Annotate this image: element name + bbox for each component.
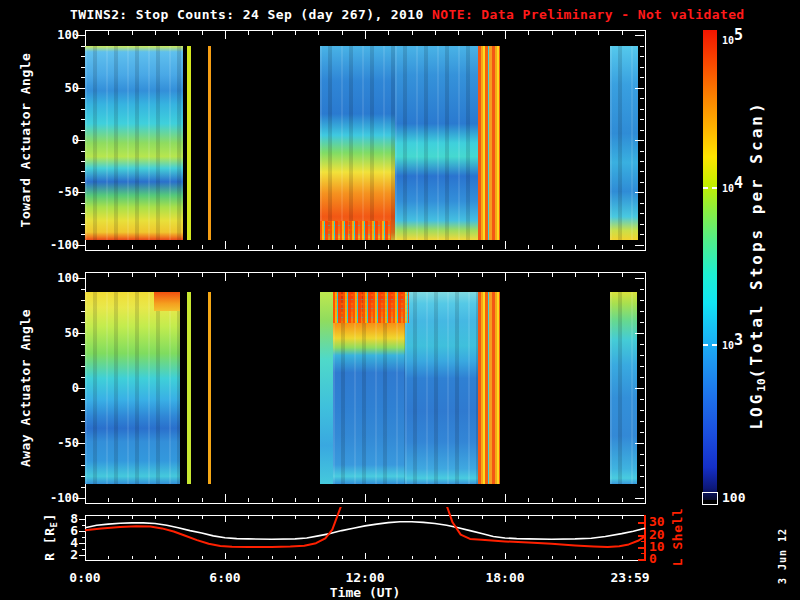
colorbar-tick-label: 105 <box>722 32 743 48</box>
y-tick <box>640 171 644 172</box>
x-tick <box>412 31 413 35</box>
x-tick <box>505 553 506 559</box>
x-tick <box>575 498 576 502</box>
x-tick <box>435 31 436 35</box>
x-tick <box>365 31 366 39</box>
x-tick <box>108 516 109 519</box>
x-tick-label: 18:00 <box>473 570 537 585</box>
x-tick <box>505 494 506 502</box>
x-tick <box>505 516 506 522</box>
y-tick-label: 100 <box>39 271 79 285</box>
y-tick <box>640 98 644 99</box>
x-tick <box>435 556 436 559</box>
y-tick-label: -50 <box>39 185 79 199</box>
y-tick <box>81 161 85 162</box>
y-tick-label: -50 <box>39 436 79 450</box>
x-tick <box>435 498 436 502</box>
y-tick <box>81 119 85 120</box>
y-tick <box>640 399 644 400</box>
x-tick <box>458 556 459 559</box>
x-tick <box>342 516 343 519</box>
y-tick <box>81 98 85 99</box>
heatmap-block <box>320 292 333 484</box>
x-tick <box>248 245 249 249</box>
x-tick <box>202 516 203 519</box>
y-tick <box>81 476 85 477</box>
x-tick <box>458 31 459 35</box>
x-tick <box>295 556 296 559</box>
y-tick <box>640 77 644 78</box>
y-tick <box>640 130 644 131</box>
x-tick <box>225 31 226 39</box>
y-tick <box>81 487 85 488</box>
x-tick <box>272 516 273 519</box>
x-tick <box>622 245 623 249</box>
y-tick <box>640 182 644 183</box>
toward-axis-label: Toward Actuator Angle <box>18 53 33 228</box>
x-tick <box>225 553 226 559</box>
x-tick <box>365 241 366 249</box>
x-tick <box>178 31 179 35</box>
x-tick <box>528 31 529 35</box>
x-tick <box>598 245 599 249</box>
y-tick-label: 50 <box>39 326 79 340</box>
away-axis-label: Away Actuator Angle <box>18 309 33 467</box>
x-tick <box>575 556 576 559</box>
colorbar-dash <box>712 187 717 189</box>
stripe-noise-block <box>478 292 500 484</box>
y-tick <box>635 88 644 89</box>
x-tick <box>178 245 179 249</box>
figure-title-row: TWINS2: Stop Counts: 24 Sep (day 267), 2… <box>70 7 745 22</box>
x-tick <box>388 245 389 249</box>
colorbar-title: LOG10(Total Stops per Scan) <box>747 100 768 429</box>
y-tick <box>640 465 644 466</box>
x-tick <box>622 273 623 277</box>
x-tick <box>388 273 389 277</box>
x-tick-label: 12:00 <box>333 570 397 585</box>
x-tick <box>365 273 366 281</box>
y-tick <box>640 421 644 422</box>
y-tick <box>640 311 644 312</box>
x-tick-label: 23:59 <box>598 570 662 585</box>
x-tick <box>272 498 273 502</box>
y-tick <box>81 234 85 235</box>
data-dropout-line <box>187 292 191 484</box>
x-tick <box>482 273 483 277</box>
y-tick-label: -100 <box>39 491 79 505</box>
x-tick <box>552 516 553 519</box>
x-tick <box>318 245 319 249</box>
x-tick <box>412 516 413 519</box>
y-tick <box>81 224 85 225</box>
x-tick <box>365 516 366 522</box>
x-tick <box>482 498 483 502</box>
y-tick <box>635 192 644 193</box>
x-tick <box>108 245 109 249</box>
x-tick <box>85 241 86 249</box>
x-tick <box>412 245 413 249</box>
x-tick <box>412 556 413 559</box>
x-tick <box>552 498 553 502</box>
x-tick <box>295 498 296 502</box>
x-tick <box>528 273 529 277</box>
x-tick <box>388 516 389 519</box>
x-tick <box>178 498 179 502</box>
y-tick-label: 2 <box>40 548 78 562</box>
y-tick <box>81 410 85 411</box>
y-tick <box>640 119 644 120</box>
x-tick <box>272 245 273 249</box>
x-tick <box>528 498 529 502</box>
x-tick <box>598 273 599 277</box>
y-tick <box>81 465 85 466</box>
x-tick <box>528 556 529 559</box>
y-tick <box>635 443 644 444</box>
x-tick <box>412 498 413 502</box>
x-tick <box>365 553 366 559</box>
y-tick <box>81 130 85 131</box>
y-tick <box>635 278 644 279</box>
heatmap-block <box>85 292 180 484</box>
y-tick <box>640 46 644 47</box>
y-tick <box>640 322 644 323</box>
y-tick <box>635 35 644 36</box>
x-tick <box>132 516 133 519</box>
x-tick <box>85 31 86 39</box>
